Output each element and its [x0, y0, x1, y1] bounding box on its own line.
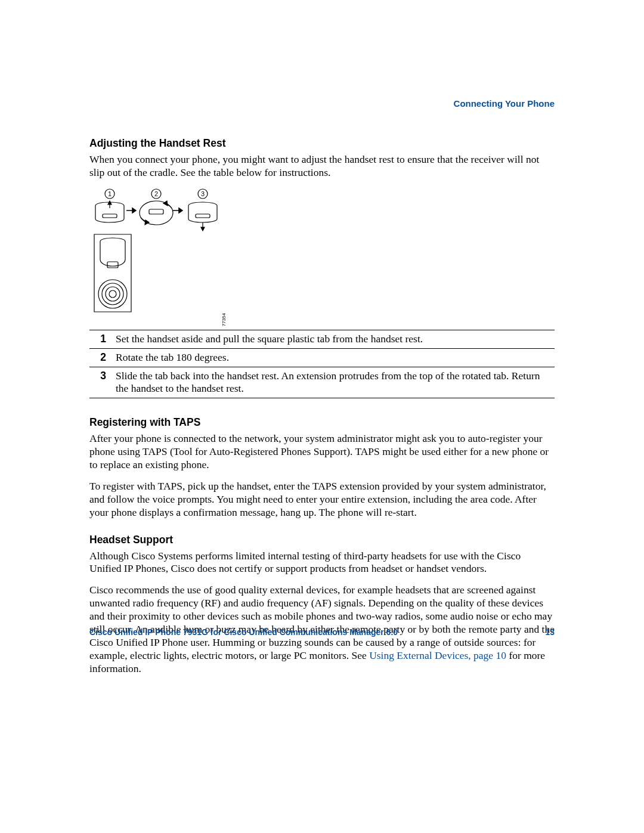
- step-text: Slide the tab back into the handset rest…: [112, 367, 555, 398]
- page-footer: Cisco Unified IP Phone 7931G for Cisco U…: [89, 627, 555, 637]
- svg-point-21: [109, 290, 116, 298]
- heading-headset-support: Headset Support: [89, 534, 555, 546]
- figure-callout-1: 1: [108, 190, 112, 197]
- xref-link-external-devices[interactable]: Using External Devices, page 10: [369, 649, 506, 661]
- paragraph: When you connect your phone, you might w…: [89, 153, 555, 179]
- svg-marker-12: [145, 220, 149, 225]
- svg-point-10: [140, 201, 173, 225]
- svg-marker-4: [132, 208, 136, 213]
- svg-rect-7: [103, 214, 117, 218]
- figure-callout-2: 2: [154, 190, 158, 197]
- table-row: 2 Rotate the tab 180 degrees.: [89, 348, 555, 367]
- footer-title: Cisco Unified IP Phone 7931G for Cisco U…: [89, 627, 398, 637]
- paragraph: To register with TAPS, pick up the hands…: [89, 480, 555, 519]
- step-text: Set the handset aside and pull the squar…: [112, 330, 555, 348]
- table-row: 1 Set the handset aside and pull the squ…: [89, 330, 555, 348]
- page-content: Connecting Your Phone Adjusting the Hand…: [89, 98, 555, 683]
- svg-marker-13: [163, 201, 168, 206]
- svg-point-19: [102, 283, 123, 305]
- handset-rest-figure: 1 2 3: [89, 188, 227, 313]
- svg-marker-16: [201, 227, 205, 231]
- svg-marker-6: [179, 208, 182, 213]
- steps-table: 1 Set the handset aside and pull the squ…: [89, 330, 555, 399]
- paragraph: After your phone is connected to the net…: [89, 432, 555, 472]
- svg-rect-14: [196, 214, 210, 218]
- svg-rect-11: [149, 209, 163, 214]
- table-row: 3 Slide the tab back into the handset re…: [89, 367, 555, 398]
- heading-adjusting-handset-rest: Adjusting the Handset Rest: [89, 137, 555, 150]
- step-number: 1: [89, 330, 112, 348]
- figure-callout-3: 3: [201, 190, 205, 197]
- step-number: 2: [89, 348, 112, 367]
- heading-registering-taps: Registering with TAPS: [89, 416, 555, 429]
- page-number: 13: [545, 627, 555, 637]
- running-header: Connecting Your Phone: [89, 98, 555, 109]
- svg-point-18: [98, 280, 127, 308]
- svg-point-20: [106, 287, 120, 301]
- paragraph: Although Cisco Systems performs limited …: [89, 550, 555, 576]
- svg-marker-9: [108, 201, 112, 205]
- figure-label: 77354: [221, 313, 227, 326]
- step-number: 3: [89, 367, 112, 398]
- step-text: Rotate the tab 180 degrees.: [112, 348, 555, 367]
- svg-rect-17: [107, 262, 118, 268]
